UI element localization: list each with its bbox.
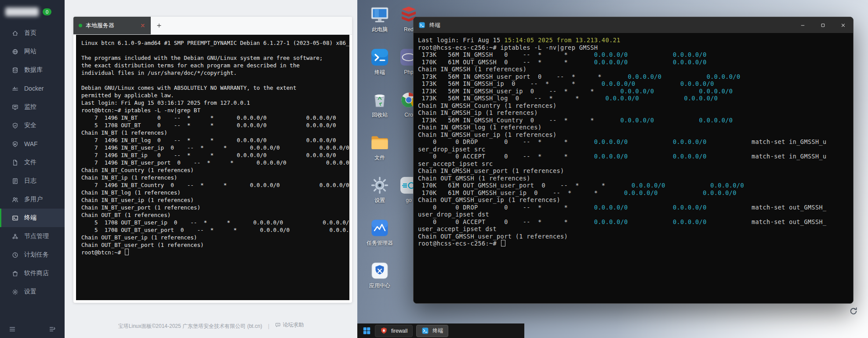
sidebar-item-label: 安全 xyxy=(24,121,36,129)
sidebar-item-waf[interactable]: WAF xyxy=(0,135,65,153)
terminal-line: root@hcss-ecs-c256:~# iptables -L -nv|gr… xyxy=(418,44,849,51)
terminal-card: 本地服务器 Linux btcn 6.1.0-9-amd64 #1 SMP PR… xyxy=(73,17,352,303)
desktop-icon-files[interactable]: 文件 xyxy=(361,132,399,161)
taskbar-app-terminal[interactable]: 终端 xyxy=(416,325,448,337)
taskbar-app-label: firewall xyxy=(391,328,407,334)
terminal-line: 170K 61M OUT_GMSSH_user_port 0 -- * * 0.… xyxy=(418,182,849,189)
collapse-sidebar-icon[interactable] xyxy=(9,326,16,333)
sidebar-item-docker[interactable]: Docker xyxy=(0,79,65,98)
sidebar-item-label: 多用户 xyxy=(24,195,43,203)
terminal-line: Chain OUT_BT (1 references) xyxy=(81,211,344,219)
new-tab-button[interactable] xyxy=(151,17,167,34)
terminal-line: 173K 56M IN_GMSSH_Country 0 -- * * 0.0.0… xyxy=(418,117,849,124)
sidebar-item-terminal[interactable]: 终端 xyxy=(0,209,65,227)
menu-style-icon[interactable] xyxy=(49,326,56,333)
sidebar-item-appstore[interactable]: 软件商店 xyxy=(0,264,65,283)
sidebar-item-cron[interactable]: 计划任务 xyxy=(0,246,65,264)
terminal-line: Chain IN_BT_user_ip (1 references) xyxy=(81,196,344,204)
terminal-line: 0 0 ACCEPT 0 -- * * 0.0.0.0/0 0.0.0.0/0 … xyxy=(418,153,849,160)
desktop-icon-label: 设置 xyxy=(374,197,385,203)
terminal-line: 0 0 DROP 0 -- * * 0.0.0.0/0 0.0.0.0/0 ma… xyxy=(418,138,849,146)
sidebar-item-label: 文件 xyxy=(24,158,36,166)
sidebar-item-files[interactable]: 文件 xyxy=(0,153,65,172)
ssh-terminal[interactable]: Last login: Fri Aug 15 15:14:05 2025 fro… xyxy=(414,33,853,303)
users-icon xyxy=(12,196,18,203)
terminal-line: ser_drop_ipset src xyxy=(418,146,849,153)
sidebar-item-home[interactable]: 首页 xyxy=(0,24,65,42)
gear-icon xyxy=(12,289,18,295)
taskmgr-icon xyxy=(370,218,390,238)
sidebar-item-label: 设置 xyxy=(24,288,36,296)
sidebar-item-label: 日志 xyxy=(24,177,36,185)
terminal-line: Chain OUT_BT_user_port (1 references) xyxy=(81,241,344,249)
monitor-icon xyxy=(12,104,18,110)
close-button[interactable] xyxy=(833,17,853,33)
sidebar-item-label: 软件商店 xyxy=(24,269,49,277)
sidebar-item-nodes[interactable]: 节点管理 xyxy=(0,227,65,246)
start-button[interactable] xyxy=(362,326,371,336)
minimize-button[interactable] xyxy=(792,17,813,33)
notification-badge[interactable]: 0 xyxy=(43,8,51,15)
desktop-icon-label: 任务管理器 xyxy=(367,240,393,246)
globe-icon xyxy=(12,48,18,55)
connected-dot-icon xyxy=(79,24,82,27)
terminal-line: 5 1708 OUT_BT_user_port 0 -- * * 0.0.0.0… xyxy=(81,226,344,234)
footer-divider: | xyxy=(268,323,269,329)
terminal-line: root@hcss-ecs-c256:~# xyxy=(418,240,849,247)
sidebar-item-monitor[interactable]: 监控 xyxy=(0,98,65,116)
chat-icon xyxy=(275,322,281,328)
desktop-icon-label: Cro xyxy=(404,112,413,118)
terminal-line xyxy=(81,47,344,54)
sidebar-item-logs[interactable]: 日志 xyxy=(0,172,65,190)
terminal-line: 170K 61M OUT_GMSSH_user_ip 0 -- * * 0.0.… xyxy=(418,189,849,197)
sidebar-item-security[interactable]: 安全 xyxy=(0,116,65,135)
terminal-line: 173K 56M IN_GMSSH_ip 0 -- * * 0.0.0.0/0 … xyxy=(418,80,849,88)
bt-terminal[interactable]: Linux btcn 6.1.0-9-amd64 #1 SMP PREEMPT_… xyxy=(76,35,349,300)
forum-help-label: 论坛求助 xyxy=(283,321,304,329)
refresh-icon[interactable] xyxy=(849,306,858,316)
desktop-icon-label: Red xyxy=(404,26,414,33)
sidebar-item-database[interactable]: 数据库 xyxy=(0,61,65,79)
desktop-icon-app-center[interactable]: 应用中心 xyxy=(361,261,399,289)
desktop-icon-label: 文件 xyxy=(374,154,385,161)
taskbar-app-firewall[interactable]: firewall xyxy=(375,325,413,337)
docker-icon xyxy=(12,85,18,92)
copyright-text: 宝塔Linux面板©2014-2025 广东堡塔安全技术有限公司 (bt.cn) xyxy=(118,323,262,329)
terminal-line: 0 0 ACCEPT 0 -- * * 0.0.0.0/0 0.0.0.0/0 … xyxy=(418,218,849,226)
terminal-line: 0 0 DROP 0 -- * * 0.0.0.0/0 0.0.0.0/0 ma… xyxy=(418,204,849,211)
terminal-line: the exact distribution terms for each pr… xyxy=(81,62,344,69)
terminal-line: user_drop_ipset dst xyxy=(418,211,849,218)
clock-icon xyxy=(12,252,18,258)
window-titlebar[interactable]: 终端 xyxy=(414,17,853,33)
terminal-window: 终端 Last login: Fri Aug 15 15:14:05 2025 … xyxy=(413,17,853,304)
sidebar-item-settings[interactable]: 设置 xyxy=(0,283,65,301)
appcenter-icon xyxy=(370,261,390,281)
terminal-line: 173K 56M IN_GMSSH 0 -- * * 0.0.0.0/0 0.0… xyxy=(418,51,849,59)
tab-close-icon[interactable] xyxy=(140,23,145,28)
forum-help-link[interactable]: 论坛求助 xyxy=(275,321,304,329)
terminal-line: Chain IN_GMSSH_log (1 references) xyxy=(418,124,849,131)
terminal-line: Chain IN_GMSSH_user_ip (1 references) xyxy=(418,131,849,139)
log-icon xyxy=(12,178,18,184)
terminal-line: root@btcn:~# xyxy=(81,249,344,256)
terminal-tile-icon xyxy=(421,327,429,334)
bt-panel-main: 本地服务器 Linux btcn 6.1.0-9-amd64 #1 SMP PR… xyxy=(65,0,357,338)
sidebar-item-label: 首页 xyxy=(24,29,36,37)
sidebar-item-site[interactable]: 网站 xyxy=(0,42,65,61)
sidebar-item-users[interactable]: 多用户 xyxy=(0,190,65,209)
terminal-line: Chain OUT_GMSSH_user_ip (1 references) xyxy=(418,196,849,204)
store-icon xyxy=(12,270,18,277)
sidebar-item-label: 计划任务 xyxy=(24,251,49,259)
sidebar-bottom-bar xyxy=(0,326,65,333)
folder-icon xyxy=(370,132,390,153)
terminal-line: Last login: Fri Aug 15 03:16:17 2025 fro… xyxy=(81,99,344,107)
maximize-button[interactable] xyxy=(813,17,833,33)
terminal-line: 7 1496 IN_BT_ip 0 -- * * 0.0.0.0/0 0.0.0… xyxy=(81,151,344,159)
desktop-icon-task-manager[interactable]: 任务管理器 xyxy=(361,218,399,246)
panel-logo: 0 xyxy=(0,0,65,24)
terminal-line: 7 1496 IN_BT_user_ip 0 -- * * 0.0.0.0/0 … xyxy=(81,144,344,151)
terminal-tab-local-server[interactable]: 本地服务器 xyxy=(73,17,151,34)
terminal-line: 7 1496 IN_BT_log 0 -- * * 0.0.0.0/0 0.0.… xyxy=(81,136,344,144)
terminal-line: Chain OUT_GMSSH (1 references) xyxy=(418,175,849,182)
terminal-line: root@btcn:~# iptables -L -nv|grep BT xyxy=(81,107,344,114)
